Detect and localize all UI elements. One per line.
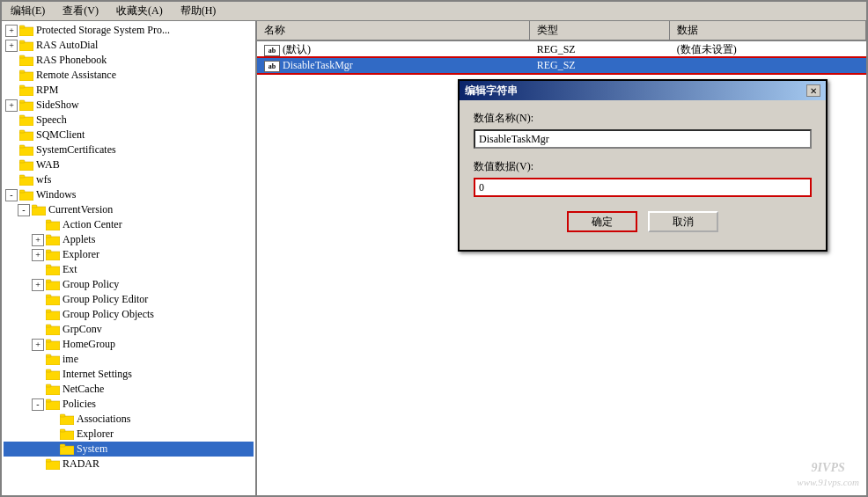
- tree-item-protected-storage[interactable]: +Protected Storage System Pro...: [4, 23, 254, 38]
- tree-item-homegroup[interactable]: +HomeGroup: [4, 337, 254, 352]
- tree-item-policies[interactable]: -Policies: [4, 397, 254, 412]
- svg-rect-16: [19, 147, 33, 156]
- tree-item-wab[interactable]: WAB: [4, 157, 254, 172]
- svg-rect-44: [46, 356, 60, 365]
- tree-item-remote-assistance[interactable]: Remote Assistance: [4, 68, 254, 83]
- tree-item-ext[interactable]: Ext: [4, 262, 254, 277]
- svg-rect-46: [46, 371, 60, 380]
- tree-item-sideshow[interactable]: +SideShow: [4, 98, 254, 113]
- expand-icon-protected-storage[interactable]: +: [5, 25, 18, 37]
- svg-rect-57: [60, 444, 65, 447]
- name-input[interactable]: [474, 129, 812, 149]
- svg-rect-38: [46, 311, 60, 320]
- svg-rect-41: [46, 325, 51, 327]
- tree-item-system[interactable]: System: [4, 442, 254, 457]
- svg-rect-58: [46, 461, 60, 470]
- tree-item-explorer[interactable]: +Explorer: [4, 247, 254, 262]
- menu-edit[interactable]: 编辑(E): [5, 3, 50, 19]
- menu-view[interactable]: 查看(V): [57, 3, 104, 19]
- tree-label-ras-autodial: RAS AutoDial: [36, 39, 98, 52]
- edit-string-dialog[interactable]: 编辑字符串 ✕ 数值名称(N): 数值数据(V): 确定 取消: [458, 79, 828, 252]
- folder-icon-grpconv: [46, 324, 60, 335]
- data-input[interactable]: [474, 178, 812, 197]
- tree-item-grpconv[interactable]: GrpConv: [4, 322, 254, 337]
- svg-rect-19: [19, 160, 25, 163]
- folder-icon-rpm: [19, 84, 33, 96]
- tree-item-sqmclient[interactable]: SQMClient: [4, 128, 254, 143]
- expand-icon-policies[interactable]: -: [32, 398, 44, 411]
- ok-button[interactable]: 确定: [567, 211, 637, 232]
- tree-item-ras-phonebook[interactable]: RAS Phonebook: [4, 53, 254, 68]
- cancel-button[interactable]: 取消: [648, 211, 718, 232]
- folder-icon-netcache: [46, 384, 60, 395]
- svg-rect-3: [19, 40, 25, 43]
- tree-label-system: System: [77, 442, 107, 456]
- folder-icon-currentversion: [32, 204, 46, 216]
- expand-icon-applets[interactable]: +: [32, 234, 44, 246]
- value-type: REG_SZ: [530, 58, 670, 73]
- expand-icon-windows[interactable]: -: [5, 189, 18, 201]
- tree-item-speech[interactable]: Speech: [4, 113, 254, 128]
- folder-icon-policies: [46, 398, 60, 410]
- expand-icon-currentversion[interactable]: -: [18, 204, 30, 216]
- tree-label-remote-assistance: Remote Assistance: [36, 69, 116, 82]
- tree-label-wab: WAB: [36, 158, 60, 172]
- tree-label-group-policy-editor: Group Policy Editor: [63, 293, 148, 306]
- tree-item-group-policy[interactable]: +Group Policy: [4, 277, 254, 292]
- svg-rect-37: [46, 295, 51, 297]
- tree-item-explorer2[interactable]: Explorer: [4, 427, 254, 442]
- folder-icon-group-policy-objects: [46, 309, 60, 320]
- col-header-name: 名称: [257, 21, 530, 40]
- tree-item-rpm[interactable]: RPM: [4, 83, 254, 98]
- folder-icon-action-center: [46, 219, 60, 230]
- svg-rect-33: [46, 265, 51, 267]
- tree-item-windows[interactable]: -Windows: [4, 187, 254, 202]
- expand-icon-ras-autodial[interactable]: +: [5, 40, 18, 52]
- tree-item-wfs[interactable]: wfs: [4, 172, 254, 187]
- col-header-type: 类型: [530, 21, 670, 40]
- tree-label-rpm: RPM: [36, 84, 58, 97]
- folder-icon-explorer: [46, 249, 60, 260]
- tree-label-homegroup: HomeGroup: [63, 338, 115, 351]
- tree-item-currentversion[interactable]: -CurrentVersion: [4, 202, 254, 217]
- folder-icon-ras-phonebook: [19, 55, 33, 66]
- svg-rect-28: [46, 237, 60, 245]
- folder-icon-wab: [19, 159, 33, 171]
- expand-icon-explorer[interactable]: +: [32, 249, 44, 261]
- tree-item-action-center[interactable]: Action Center: [4, 217, 254, 232]
- folder-icon-ras-autodial: [19, 40, 33, 51]
- tree-item-internet-settings[interactable]: Internet Settings: [4, 367, 254, 382]
- tree-item-applets[interactable]: +Applets: [4, 232, 254, 247]
- tree-label-currentversion: CurrentVersion: [48, 203, 113, 216]
- tree-item-systemcertificates[interactable]: SystemCertificates: [4, 143, 254, 157]
- tree-item-ras-autodial[interactable]: +RAS AutoDial: [4, 38, 254, 53]
- svg-rect-12: [19, 117, 33, 126]
- tree-item-netcache[interactable]: NetCache: [4, 382, 254, 397]
- expand-icon-sideshow[interactable]: +: [5, 99, 18, 112]
- tree-item-associations[interactable]: Associations: [4, 412, 254, 427]
- expand-icon-homegroup[interactable]: +: [32, 339, 44, 351]
- svg-rect-11: [19, 100, 25, 103]
- svg-rect-14: [19, 132, 33, 141]
- tree-item-group-policy-objects[interactable]: Group Policy Objects: [4, 307, 254, 322]
- expand-icon-group-policy[interactable]: +: [32, 279, 44, 291]
- svg-rect-51: [46, 399, 51, 402]
- svg-rect-10: [19, 102, 33, 111]
- tree-item-ime[interactable]: ime: [4, 352, 254, 367]
- tree-label-policies: Policies: [63, 398, 96, 411]
- svg-rect-56: [60, 446, 74, 455]
- menu-favorites[interactable]: 收藏夹(A): [111, 3, 168, 19]
- table-row[interactable]: ab(默认)REG_SZ(数值未设置): [257, 40, 866, 58]
- tree-item-group-policy-editor[interactable]: Group Policy Editor: [4, 292, 254, 307]
- svg-rect-2: [19, 42, 33, 51]
- tree-label-ras-phonebook: RAS Phonebook: [36, 54, 107, 67]
- svg-rect-9: [19, 85, 25, 88]
- menu-help[interactable]: 帮助(H): [175, 3, 222, 19]
- tree-item-radar[interactable]: RADAR: [4, 457, 254, 471]
- folder-icon-sideshow: [19, 99, 33, 111]
- svg-rect-4: [19, 57, 33, 66]
- table-row[interactable]: abDisableTaskMgrREG_SZ: [257, 58, 866, 73]
- dialog-close-button[interactable]: ✕: [806, 84, 820, 97]
- tree-label-applets: Applets: [63, 233, 95, 246]
- tree-label-grpconv: GrpConv: [63, 323, 102, 336]
